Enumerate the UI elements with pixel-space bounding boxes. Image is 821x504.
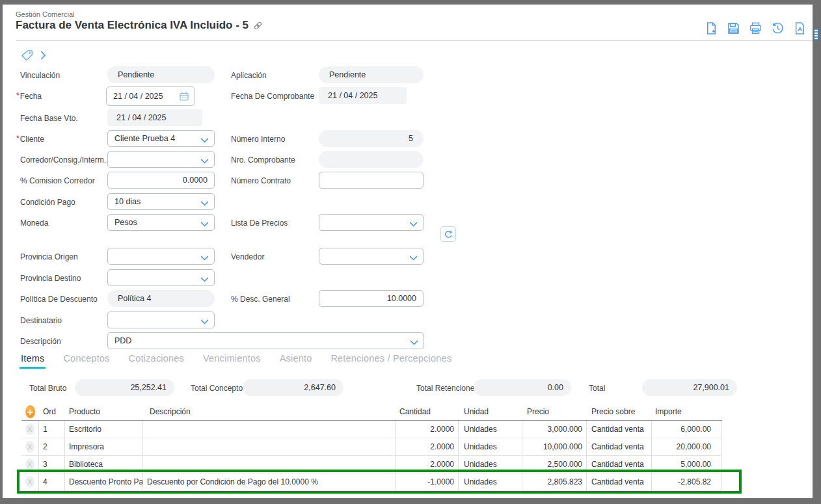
delete-row-button[interactable]: X <box>25 458 34 470</box>
tab-asiento[interactable]: Asiento <box>278 353 314 369</box>
descripcion-cell[interactable] <box>143 438 396 455</box>
tab-retenciones[interactable]: Retenciones / Percepciones <box>329 353 453 369</box>
total-conceptos-label: Total Conceptos <box>191 384 247 393</box>
importe-cell[interactable]: 20,000.00 <box>652 438 722 455</box>
tab-cotizaciones[interactable]: Cotizaciones <box>128 353 185 369</box>
producto-cell[interactable]: Impresora <box>65 438 143 455</box>
chevron-down-icon <box>200 274 209 282</box>
tab-vencimientos[interactable]: Vencimientos <box>202 353 262 369</box>
page-title-text: Factura de Venta Electrónica IVA Incluid… <box>16 19 249 32</box>
desc-general-label: % Desc. General <box>231 295 290 304</box>
precio-cell[interactable]: 2,805.823 <box>522 473 587 490</box>
importe-cell[interactable]: 6,000.00 <box>652 421 722 438</box>
total-bruto-value: 25,252.41 <box>75 379 174 396</box>
producto-cell[interactable]: Biblioteca <box>65 456 143 473</box>
cantidad-cell[interactable]: 2.0000 <box>396 456 459 473</box>
tab-conceptos[interactable]: Conceptos <box>62 353 111 369</box>
lista-precios-label: Lista De Precios <box>231 219 288 228</box>
desc-general-input[interactable]: 10.0000 <box>319 290 424 307</box>
descripcion-select[interactable]: PDD <box>107 332 424 349</box>
calendar-icon[interactable] <box>179 91 189 101</box>
unidad-cell[interactable]: Unidades <box>459 438 522 455</box>
numero-contrato-input[interactable] <box>319 172 424 189</box>
tab-items[interactable]: Items <box>20 353 46 369</box>
lista-precios-select[interactable] <box>319 214 424 231</box>
descripcion-cell[interactable] <box>143 456 396 473</box>
cliente-select[interactable]: Cliente Prueba 4 <box>107 130 215 147</box>
chevron-down-icon <box>410 337 418 345</box>
producto-cell[interactable]: Descuento Pronto Pago <box>65 473 143 490</box>
moneda-label: Moneda <box>20 219 48 228</box>
nro-comprobante-field <box>319 151 424 168</box>
delete-row-button[interactable]: X <box>25 441 34 453</box>
chevron-down-icon <box>200 316 209 325</box>
precio-sobre-cell[interactable]: Cantidad venta <box>587 438 652 455</box>
producto-cell[interactable]: Escritorio <box>65 421 143 438</box>
vendedor-select[interactable] <box>319 248 424 265</box>
col-importe: Importe <box>652 403 722 420</box>
ord-cell[interactable]: 1 <box>39 421 65 438</box>
total-retenciones-label: Total Retenciones <box>416 384 478 393</box>
precio-sobre-cell[interactable]: Cantidad venta <box>587 456 652 473</box>
importe-cell[interactable]: 5,000.00 <box>652 456 722 473</box>
history-icon[interactable] <box>771 21 785 35</box>
tag-icon[interactable] <box>21 49 33 61</box>
cantidad-cell[interactable]: 2.0000 <box>396 438 459 455</box>
refresh-prices-button[interactable] <box>440 226 456 242</box>
fecha-comprobante-field: 21 / 04 / 2025 <box>319 87 407 104</box>
chevron-down-icon <box>200 219 209 227</box>
col-producto: Producto <box>65 403 143 420</box>
chevron-down-icon <box>409 219 418 227</box>
numero-interno-label: Número Interno <box>231 135 285 144</box>
ord-cell[interactable]: 2 <box>39 438 65 455</box>
precio-sobre-cell[interactable]: Cantidad venta <box>587 473 652 490</box>
unidad-cell[interactable]: Unidades <box>459 473 522 490</box>
expand-chevron-icon[interactable] <box>40 50 46 60</box>
cantidad-cell[interactable]: 2.0000 <box>396 421 459 438</box>
link-icon[interactable] <box>253 21 263 31</box>
moneda-select[interactable]: Pesos <box>107 214 215 231</box>
ord-cell[interactable]: 4 <box>39 473 65 490</box>
provincia-destino-select[interactable] <box>107 269 215 286</box>
unidad-cell[interactable]: Unidades <box>459 456 522 473</box>
corredor-select[interactable] <box>107 151 215 168</box>
precio-cell[interactable]: 2,500.000 <box>522 456 587 473</box>
precio-sobre-cell[interactable]: Cantidad venta <box>587 421 652 438</box>
condicion-pago-label: Condición Pago <box>20 198 75 207</box>
provincia-origen-select[interactable] <box>107 248 215 265</box>
politica-descuento-field: Política 4 <box>107 290 215 307</box>
precio-cell[interactable]: 10,000.000 <box>522 438 587 455</box>
ord-cell[interactable]: 3 <box>39 456 65 473</box>
print-icon[interactable] <box>749 21 762 35</box>
table-row: X 1 Escritorio 2.0000 Unidades 3,000.000… <box>21 421 722 438</box>
descripcion-cell[interactable]: Descuento por Condición de Pago del 10.0… <box>143 473 396 490</box>
delete-row-button[interactable]: X <box>25 476 34 488</box>
destinatario-select[interactable] <box>107 312 215 328</box>
aplicacion-label: Aplicación <box>231 71 267 80</box>
fecha-input[interactable]: 21 / 04 / 2025 <box>106 86 195 106</box>
precio-cell[interactable]: 3,000.000 <box>522 421 587 438</box>
tab-strip: Items Conceptos Cotizaciones Vencimiento… <box>20 353 453 369</box>
document-text-icon[interactable]: A <box>793 21 807 35</box>
corredor-label: Corredor/Consig./Interm. <box>20 155 106 165</box>
table-row-highlighted: X 4 Descuento Pronto Pago Descuento por … <box>21 473 722 491</box>
comision-input[interactable]: 0.0000 <box>107 172 215 189</box>
importe-cell[interactable]: -2,805.82 <box>652 473 722 490</box>
add-row-button[interactable]: + <box>25 405 35 418</box>
col-descripcion: Descripción <box>143 403 396 420</box>
unidad-cell[interactable]: Unidades <box>459 421 522 438</box>
delete-row-button[interactable]: X <box>25 423 34 435</box>
new-document-icon[interactable] <box>705 21 718 35</box>
nro-comprobante-label: Nro. Comprobante <box>231 155 295 165</box>
toolbar: A <box>705 21 807 35</box>
provincia-destino-label: Provincia Destino <box>20 274 81 283</box>
items-table: + Ord Producto Descripción Cantidad Unid… <box>21 403 722 491</box>
descripcion-cell[interactable] <box>143 421 396 438</box>
cliente-label: *Cliente <box>16 135 44 144</box>
breadcrumb: Gestión Comercial <box>16 10 74 18</box>
condicion-pago-select[interactable]: 10 dias <box>107 193 215 210</box>
save-icon[interactable] <box>727 21 740 35</box>
total-bruto-label: Total Bruto <box>29 384 66 393</box>
cantidad-cell[interactable]: -1.0000 <box>396 473 459 490</box>
aplicacion-field: Pendiente <box>319 66 424 83</box>
